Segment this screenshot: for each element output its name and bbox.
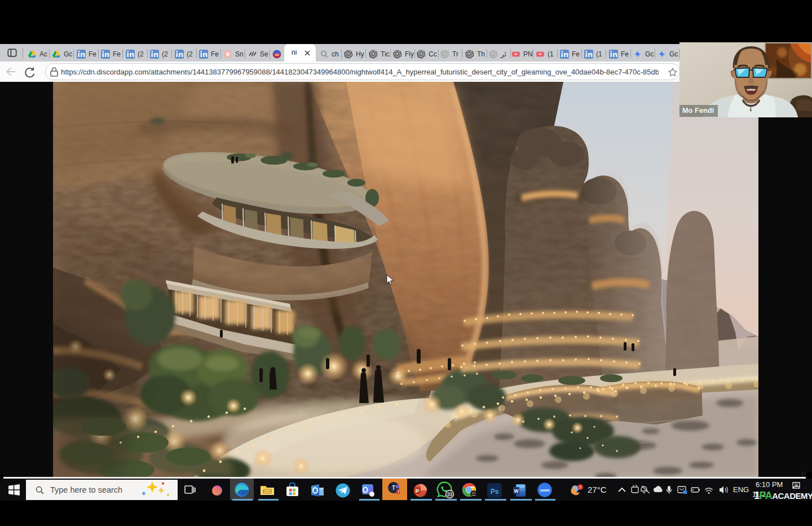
svg-text:T: T [392,485,395,491]
svg-text:P: P [416,488,420,494]
svg-text:Ps: Ps [491,488,499,496]
svg-text:zoom: zoom [540,488,550,492]
svg-text:152: 152 [275,54,279,56]
svg-text:W: W [514,488,519,494]
svg-text:7: 7 [579,485,582,490]
svg-text:33: 33 [447,492,453,497]
